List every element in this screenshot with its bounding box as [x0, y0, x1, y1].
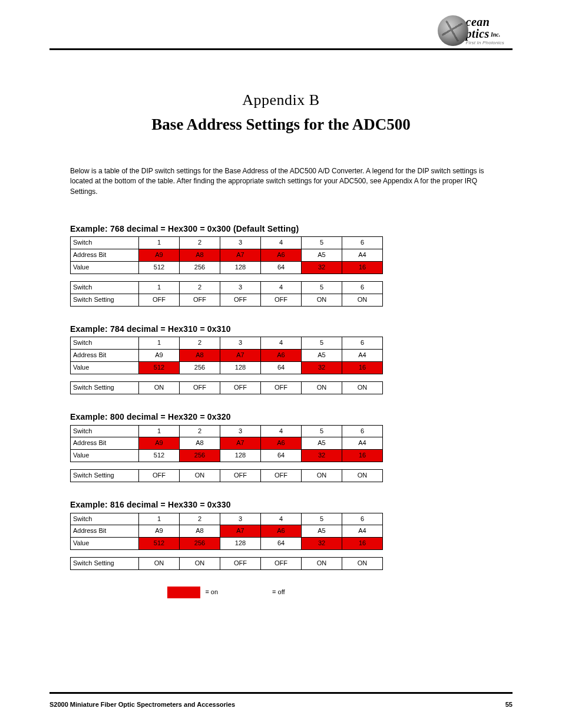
switch-setting-cell: OFF	[180, 382, 220, 394]
switch-setting-cell: OFF	[180, 294, 220, 307]
value-cell: 64	[261, 450, 302, 462]
row-label: Address Bit	[71, 525, 139, 538]
address-bit-cell: A6	[261, 437, 302, 450]
address-bit-cell: A8	[180, 437, 220, 450]
logo-line1: cean	[466, 15, 490, 28]
value-cell: 32	[302, 362, 342, 374]
address-bit-cell: A5	[302, 249, 342, 262]
address-bit-cell: A6	[261, 249, 302, 262]
switch-number: 4	[261, 337, 302, 350]
value-cell: 256	[180, 450, 220, 462]
row-label: Switch	[71, 513, 139, 525]
address-bit-cell: A9	[139, 350, 180, 362]
switch-setting-cell: OFF	[261, 470, 302, 482]
legend-off-text: = off	[272, 588, 285, 597]
address-bit-cell: A8	[180, 525, 220, 538]
legend-swatch-off	[234, 587, 267, 598]
switch-setting-cell: OFF	[220, 558, 261, 570]
legend: = on = off	[70, 587, 382, 598]
switch-setting-cell: OFF	[261, 294, 302, 307]
appendix-label: Appendix B	[71, 91, 491, 109]
legend-on: = on	[167, 587, 218, 598]
address-table: Switch123456Address BitA9A8A7A6A5A4Value…	[70, 425, 383, 463]
switch-setting-table: Switch123456Switch SettingOFFOFFOFFOFFON…	[70, 281, 383, 307]
address-bit-cell: A4	[342, 249, 383, 262]
row-label: Switch	[71, 237, 139, 249]
value-cell: 32	[302, 450, 342, 462]
switch-number: 5	[302, 513, 342, 525]
footer-rule	[49, 692, 513, 694]
switch-setting-cell: ON	[342, 382, 383, 394]
switch-number: 6	[342, 513, 383, 525]
address-bit-cell: A6	[261, 350, 302, 362]
row-label: Switch Setting	[71, 382, 139, 394]
address-bit-cell: A7	[220, 525, 261, 538]
address-bit-cell: A4	[342, 437, 383, 450]
value-cell: 32	[302, 262, 342, 274]
row-label: Switch Setting	[71, 294, 139, 307]
switch-number: 5	[302, 237, 342, 249]
switch-setting-cell: ON	[139, 558, 180, 570]
address-bit-cell: A8	[180, 350, 220, 362]
switch-number: 2	[180, 337, 220, 350]
switch-number: 2	[180, 425, 220, 437]
value-cell: 16	[342, 450, 383, 462]
value-cell: 32	[302, 538, 342, 550]
switch-number: 4	[261, 513, 302, 525]
switch-number: 5	[302, 425, 342, 437]
row-label: Switch	[71, 337, 139, 350]
brand-logo: cean pticsInc. First In Photonics	[438, 15, 504, 46]
switch-setting-cell: OFF	[139, 470, 180, 482]
switch-number: 3	[220, 237, 261, 249]
switch-setting-cell: OFF	[220, 382, 261, 394]
example-title: Example: 816 decimal = Hex330 = 0x330	[70, 499, 494, 510]
switch-setting-cell: OFF	[220, 470, 261, 482]
address-bit-cell: A9	[139, 437, 180, 450]
switch-number: 3	[220, 513, 261, 525]
example-title: Example: 784 decimal = Hex310 = 0x310	[70, 323, 494, 335]
address-bit-cell: A9	[139, 525, 180, 538]
switch-setting-cell: OFF	[139, 294, 180, 307]
switch-setting-cell: ON	[302, 294, 342, 307]
switch-setting-cell: ON	[342, 558, 383, 570]
value-cell: 512	[139, 450, 180, 462]
logo-line2: ptics	[466, 27, 490, 40]
logo-tagline: First In Photonics	[466, 41, 504, 45]
value-cell: 512	[139, 362, 180, 374]
example-block: Example: 800 decimal = Hex320 = 0x320Swi…	[70, 411, 494, 482]
switch-number: 5	[302, 337, 342, 350]
switch-number: 1	[139, 337, 180, 350]
address-bit-cell: A7	[220, 350, 261, 362]
legend-off: = off	[234, 587, 285, 598]
example-block: Example: 784 decimal = Hex310 = 0x310Swi…	[70, 323, 494, 394]
address-bit-cell: A9	[139, 249, 180, 262]
row-label: Value	[71, 538, 139, 550]
header-rule	[49, 48, 513, 50]
row-label: Switch Setting	[71, 558, 139, 570]
value-cell: 64	[261, 538, 302, 550]
value-cell: 512	[139, 262, 180, 274]
switch-number: 1	[139, 513, 180, 525]
switch-setting-cell: ON	[342, 470, 383, 482]
value-cell: 128	[220, 262, 261, 274]
address-bit-cell: A5	[302, 350, 342, 362]
page-footer: S2000 Miniature Fiber Optic Spectrometer…	[49, 701, 513, 708]
switch-number: 4	[261, 425, 302, 437]
switch-number: 3	[220, 337, 261, 350]
row-label: Value	[71, 450, 139, 462]
switch-setting-cell: OFF	[261, 558, 302, 570]
switch-number: 5	[302, 282, 342, 294]
value-cell: 16	[342, 262, 383, 274]
switch-number: 2	[180, 282, 220, 294]
value-cell: 128	[220, 362, 261, 374]
value-cell: 64	[261, 362, 302, 374]
row-label: Value	[71, 362, 139, 374]
address-bit-cell: A5	[302, 437, 342, 450]
switch-setting-cell: ON	[342, 294, 383, 307]
address-bit-cell: A4	[342, 525, 383, 538]
example-block: Example: 768 decimal = Hex300 = 0x300 (D…	[70, 223, 494, 307]
switch-number: 4	[261, 237, 302, 249]
address-bit-cell: A7	[220, 249, 261, 262]
switch-setting-cell: ON	[302, 470, 342, 482]
value-cell: 256	[180, 262, 220, 274]
